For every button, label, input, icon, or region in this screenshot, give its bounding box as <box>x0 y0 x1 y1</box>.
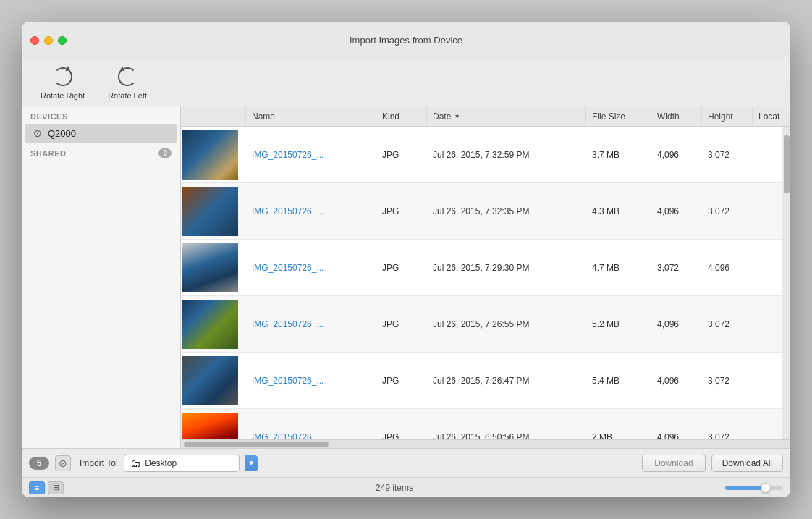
file-date: Jul 26, 2015, 7:29:30 PM <box>427 263 586 273</box>
file-date: Jul 26, 2015, 7:26:47 PM <box>427 376 586 386</box>
rotate-left-icon <box>116 65 139 88</box>
close-button[interactable] <box>30 36 39 45</box>
col-date[interactable]: Date ▼ <box>427 106 586 126</box>
col-kind[interactable]: Kind <box>376 106 427 126</box>
zoom-thumb[interactable] <box>761 483 771 493</box>
destination-dropdown[interactable]: ▼ <box>245 455 258 471</box>
rotate-right-button[interactable]: Rotate Right <box>36 62 89 103</box>
destination-label: Desktop <box>145 458 177 468</box>
file-name: IMG_20150726_... <box>246 206 376 216</box>
app-window: Import Images from Device Rotate Right R… <box>22 22 790 497</box>
zoom-slider[interactable] <box>725 486 783 490</box>
file-name: IMG_20150726_... <box>246 376 376 386</box>
import-to-label: Import To: <box>80 458 118 468</box>
file-height: 3,072 <box>702 206 753 216</box>
file-width: 3,072 <box>651 263 702 273</box>
sidebar: DEVICES ⊙ Q2000 SHARED 0 <box>22 106 181 448</box>
h-scroll-thumb[interactable] <box>184 442 329 447</box>
file-thumbnail <box>181 355 239 406</box>
thumbnail-image <box>182 187 238 236</box>
device-name: Q2000 <box>48 128 76 139</box>
rotate-right-icon <box>51 65 75 88</box>
file-size: 4.7 MB <box>586 263 651 273</box>
status-bar: ≡ ⊞ 249 items <box>22 477 790 497</box>
file-thumbnail <box>181 299 239 350</box>
items-count: 249 items <box>64 483 725 493</box>
thumbnail-image <box>182 413 238 440</box>
thumbnail-image <box>182 243 238 292</box>
sort-arrow-icon: ▼ <box>454 113 460 120</box>
file-date: Jul 26, 2015, 7:32:59 PM <box>427 150 586 160</box>
file-area: Name Kind Date ▼ File Size Width Height … <box>181 106 790 448</box>
file-date: Jul 26, 2015, 7:32:35 PM <box>427 206 586 216</box>
view-buttons: ≡ ⊞ <box>29 481 64 494</box>
table-row[interactable]: IMG_20150726_... JPG Jul 26, 2015, 6:50:… <box>181 409 782 439</box>
thumbnail-image <box>182 300 238 349</box>
devices-section-header: DEVICES <box>22 106 180 124</box>
file-name: IMG_20150726_... <box>246 150 376 160</box>
file-kind: JPG <box>376 376 427 386</box>
file-thumbnail <box>181 412 239 440</box>
col-width[interactable]: Width <box>651 106 702 126</box>
file-name: IMG_20150726_... <box>246 319 376 329</box>
thumbnail-image <box>182 130 238 180</box>
minimize-button[interactable] <box>44 36 53 45</box>
table-row[interactable]: IMG_20150726_... JPG Jul 26, 2015, 7:32:… <box>181 183 782 240</box>
maximize-button[interactable] <box>58 36 67 45</box>
rotate-left-label: Rotate Left <box>108 91 147 100</box>
file-kind: JPG <box>376 432 427 440</box>
file-width: 4,096 <box>651 319 702 329</box>
file-width: 4,096 <box>651 150 702 160</box>
shared-label: SHARED <box>30 149 66 158</box>
download-all-button[interactable]: Download All <box>711 455 783 472</box>
file-height: 3,072 <box>702 319 753 329</box>
file-height: 4,096 <box>702 263 753 273</box>
table-row[interactable]: IMG_20150726_... JPG Jul 26, 2015, 7:26:… <box>181 353 782 409</box>
rotate-left-button[interactable]: Rotate Left <box>103 62 151 103</box>
main-content: DEVICES ⊙ Q2000 SHARED 0 Name Kind Date … <box>22 106 790 448</box>
zoom-slider-area <box>725 486 783 490</box>
table-row[interactable]: IMG_20150726_... JPG Jul 26, 2015, 7:32:… <box>181 127 782 183</box>
file-width: 4,096 <box>651 432 702 440</box>
traffic-lights <box>30 36 67 45</box>
import-destination[interactable]: 🗂 Desktop <box>124 455 240 472</box>
col-thumb <box>181 106 246 126</box>
file-size: 2 MB <box>586 432 651 440</box>
shared-badge: 0 <box>158 148 172 158</box>
toolbar: Rotate Right Rotate Left <box>22 59 790 106</box>
download-button[interactable]: Download <box>642 455 705 472</box>
file-thumbnail <box>181 242 239 293</box>
col-locat[interactable]: Locat <box>753 106 790 126</box>
list-view-button[interactable]: ≡ <box>29 481 45 494</box>
file-height: 3,072 <box>702 150 753 160</box>
stop-button[interactable]: ⊘ <box>55 455 71 471</box>
table-row[interactable]: IMG_20150726_... JPG Jul 26, 2015, 7:26:… <box>181 296 782 353</box>
rotate-right-label: Rotate Right <box>41 91 85 100</box>
shared-section: SHARED 0 <box>22 143 180 161</box>
col-filesize[interactable]: File Size <box>586 106 651 126</box>
thumbnail-image <box>182 356 238 405</box>
file-width: 4,096 <box>651 206 702 216</box>
file-thumbnail <box>181 186 239 237</box>
selection-count: 5 <box>29 457 49 470</box>
file-name: IMG_20150726_... <box>246 432 376 440</box>
file-name: IMG_20150726_... <box>246 263 376 273</box>
file-kind: JPG <box>376 263 427 273</box>
file-size: 5.2 MB <box>586 319 651 329</box>
grid-view-button[interactable]: ⊞ <box>48 481 64 494</box>
col-height[interactable]: Height <box>702 106 753 126</box>
file-date: Jul 26, 2015, 7:26:55 PM <box>427 319 586 329</box>
horizontal-scrollbar[interactable] <box>181 439 790 448</box>
file-height: 3,072 <box>702 376 753 386</box>
file-height: 3,072 <box>702 432 753 440</box>
file-date: Jul 26, 2015, 6:50:56 PM <box>427 432 586 440</box>
file-thumbnail <box>181 130 239 180</box>
sidebar-item-q2000[interactable]: ⊙ Q2000 <box>25 124 177 143</box>
file-size: 3.7 MB <box>586 150 651 160</box>
file-size: 5.4 MB <box>586 376 651 386</box>
table-row[interactable]: IMG_20150726_... JPG Jul 26, 2015, 7:29:… <box>181 240 782 296</box>
file-kind: JPG <box>376 319 427 329</box>
col-name[interactable]: Name <box>246 106 376 126</box>
vertical-scrollbar[interactable] <box>782 127 790 439</box>
scroll-thumb[interactable] <box>784 135 790 193</box>
